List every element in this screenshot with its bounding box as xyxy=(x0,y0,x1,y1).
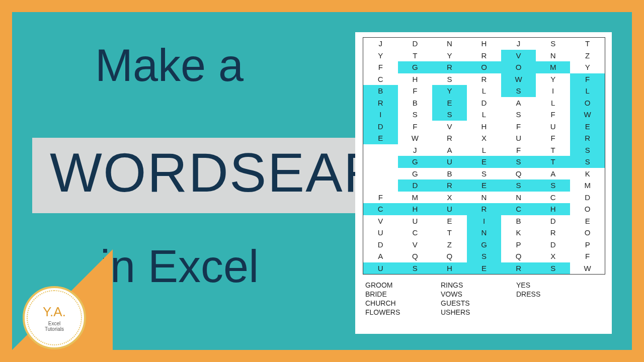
grid-cell: C xyxy=(501,203,536,215)
grid-cell: R xyxy=(570,132,605,144)
grid-cell xyxy=(363,168,398,180)
word-list-item: USHERS xyxy=(441,308,516,316)
grid-cell: M xyxy=(398,192,433,204)
grid-cell: B xyxy=(432,168,467,180)
grid-cell: D xyxy=(536,215,571,227)
grid-cell: C xyxy=(363,73,398,85)
grid-cell: K xyxy=(501,227,536,239)
grid-cell: S xyxy=(398,262,433,275)
grid-cell: E xyxy=(467,156,502,168)
grid-cell: V xyxy=(363,215,398,227)
grid-cell: Y xyxy=(432,50,467,62)
word-list: GROOMRINGSYESBRIDEVOWSDRESSCHURCHGUESTSF… xyxy=(365,281,577,316)
grid-cell: D xyxy=(363,121,398,133)
grid-cell: U xyxy=(363,227,398,239)
title-line-3: in Excel xyxy=(100,241,259,293)
grid-cell: E xyxy=(467,179,502,192)
grid-cell: Q xyxy=(501,250,536,262)
grid-cell: T xyxy=(432,227,467,239)
word-list-item: GROOM xyxy=(365,281,441,289)
grid-cell: N xyxy=(536,50,571,62)
grid-cell: W xyxy=(501,73,536,85)
word-list-item: FLOWERS xyxy=(365,308,441,316)
grid-cell: A xyxy=(536,168,571,180)
grid-cell: R xyxy=(363,97,398,109)
word-list-item: VOWS xyxy=(441,290,516,298)
grid-cell: U xyxy=(501,132,536,144)
grid-cell: V xyxy=(432,121,467,133)
grid-cell: Y xyxy=(363,50,398,62)
grid-cell xyxy=(363,179,398,192)
grid-cell: S xyxy=(570,156,605,168)
grid-cell: V xyxy=(501,50,536,62)
grid-cell: R xyxy=(432,132,467,144)
grid-cell: L xyxy=(536,97,571,109)
grid-cell xyxy=(363,156,398,168)
grid-cell: E xyxy=(363,132,398,144)
grid-cell: Q xyxy=(501,168,536,180)
channel-logo: Y.A. Excel Tutorials xyxy=(23,286,86,349)
grid-cell: M xyxy=(570,179,605,192)
grid-cell: C xyxy=(363,203,398,215)
grid-cell: X xyxy=(536,250,571,262)
grid-cell: H xyxy=(467,121,502,133)
grid-cell: S xyxy=(570,144,605,156)
grid-cell: E xyxy=(467,262,502,275)
grid-cell: U xyxy=(432,203,467,215)
grid-cell: W xyxy=(570,262,605,275)
grid-cell: L xyxy=(570,85,605,97)
grid-cell: J xyxy=(363,38,398,50)
grid-cell: Y xyxy=(570,61,605,73)
grid-cell: Y xyxy=(432,85,467,97)
grid-cell: A xyxy=(501,97,536,109)
grid-cell: F xyxy=(536,132,571,144)
grid-cell: F xyxy=(570,73,605,85)
grid-cell: V xyxy=(398,239,433,251)
grid-cell: L xyxy=(467,144,502,156)
grid-cell: N xyxy=(432,38,467,50)
grid-cell: F xyxy=(501,144,536,156)
grid-cell: W xyxy=(398,132,433,144)
grid-cell: S xyxy=(536,38,571,50)
grid-cell: X xyxy=(432,192,467,204)
grid-cell: I xyxy=(467,215,502,227)
stage: Make a WORDSEARCH in Excel JDNHJSTYTYRVN… xyxy=(0,0,644,362)
grid-cell: S xyxy=(501,85,536,97)
content-area: Make a WORDSEARCH in Excel JDNHJSTYTYRVN… xyxy=(12,12,632,350)
logo-dotted-ring xyxy=(27,290,82,345)
grid-cell: S xyxy=(501,156,536,168)
grid-cell: F xyxy=(363,61,398,73)
grid-cell: B xyxy=(363,85,398,97)
grid-cell: C xyxy=(536,192,571,204)
grid-cell: F xyxy=(570,250,605,262)
grid-cell: L xyxy=(467,85,502,97)
grid-cell: R xyxy=(467,73,502,85)
grid-cell: S xyxy=(467,250,502,262)
word-list-item: BRIDE xyxy=(365,290,441,298)
grid-cell: H xyxy=(398,73,433,85)
grid-cell: X xyxy=(467,132,502,144)
grid-cell: I xyxy=(536,85,571,97)
grid-cell: K xyxy=(570,168,605,180)
grid-cell: S xyxy=(398,109,433,121)
grid-cell: N xyxy=(467,192,502,204)
grid-cell: R xyxy=(501,262,536,275)
word-list-item: CHURCH xyxy=(365,299,441,307)
grid-cell: G xyxy=(398,168,433,180)
grid-cell: R xyxy=(467,203,502,215)
grid-cell: E xyxy=(432,215,467,227)
grid-cell: T xyxy=(536,156,571,168)
grid-cell: M xyxy=(536,61,571,73)
grid-cell: S xyxy=(501,179,536,192)
grid-cell: S xyxy=(501,109,536,121)
wordsearch-grid: JDNHJSTYTYRVNZFGROOMYCHSRWYFBFYLSILRBEDA… xyxy=(363,37,605,275)
grid-cell: T xyxy=(398,50,433,62)
grid-cell: S xyxy=(432,109,467,121)
grid-cell: H xyxy=(536,203,571,215)
grid-cell: Z xyxy=(570,50,605,62)
grid-cell: F xyxy=(398,121,433,133)
grid-cell: F xyxy=(501,121,536,133)
grid-cell: O xyxy=(570,227,605,239)
grid-cell: F xyxy=(536,109,571,121)
grid-cell: S xyxy=(432,73,467,85)
